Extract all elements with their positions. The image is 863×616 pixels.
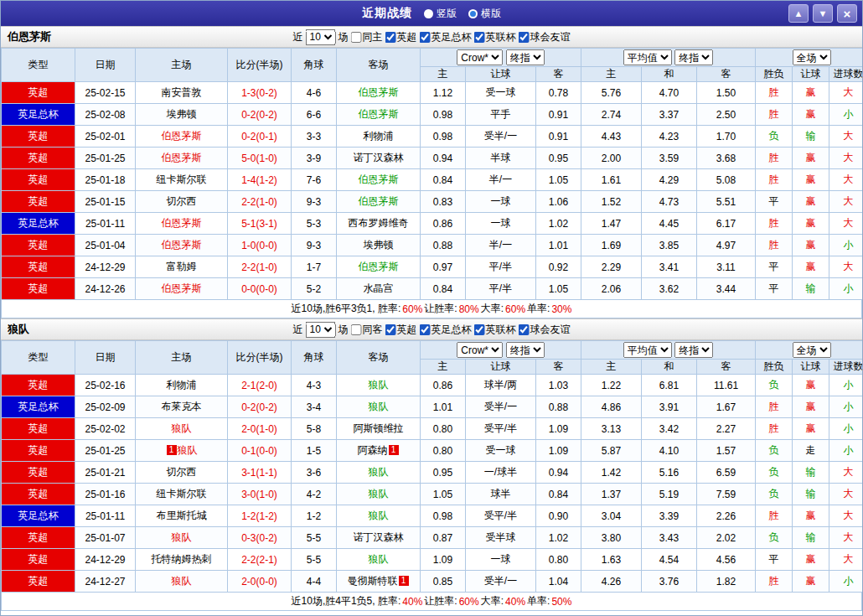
league-badge: 英超 [2,278,75,300]
summary-part: 单率: [527,594,550,608]
avg-type-select[interactable]: 平均值 [623,49,672,65]
handicap-line: 受一球 [466,440,536,462]
handicap-result-cell: 赢 [793,235,829,256]
match-row: 英足总杯25-02-09布莱克本0-2(0-2)3-4狼队1.01受半/一0.8… [2,396,863,418]
odds-away: 1.09 [536,418,581,440]
league-badge: 英足总杯 [2,505,75,527]
avg-home: 1.69 [581,235,642,256]
col-score: 比分(半场) [228,341,292,375]
match-score: 0-2(0-1) [228,126,292,148]
result-cell: 胜 [756,235,793,256]
league-checkbox-friendly[interactable]: 球会友谊 [519,323,571,337]
corner-score: 1-5 [292,440,337,462]
handicap-result-cell: 赢 [793,82,829,104]
avg-away: 2.27 [697,418,756,440]
corner-score: 3-3 [292,126,337,148]
odds-time-select[interactable]: 终指 [506,49,545,65]
away-team: 利物浦 [337,126,421,148]
summary-text: 近10场,胜4平1负5, 胜率:40% 让胜率:60% 大率:40% 单率:50… [1,593,862,611]
league-checkbox-epl[interactable]: 英超 [385,30,417,44]
col-type: 类型 [2,49,75,82]
odds-company-select[interactable]: Crow* [457,49,503,65]
summary-part: 30% [551,303,571,315]
odds-away: 0.80 [536,549,581,571]
league-badge: 英足总杯 [2,396,75,418]
team-name: 狼队 [1,322,29,337]
league-badge: 英超 [2,527,75,549]
handicap-line: 一球 [466,213,536,235]
result-cell: 负 [756,126,793,148]
match-score: 1-0(0-0) [228,235,292,256]
layout-radio-horizontal[interactable]: 横版 [468,7,501,21]
period-select[interactable]: 全场 [793,342,831,358]
match-row: 英超25-01-18纽卡斯尔联1-4(1-2)7-6伯恩茅斯0.84半/一1.0… [2,169,863,191]
avg-home: 4.43 [581,126,642,148]
match-date: 24-12-29 [75,549,136,571]
league-checkbox-eflcup[interactable]: 英联杯 [474,323,516,337]
home-team: 布里斯托城 [136,505,228,527]
layout-radio-vertical[interactable]: 竖版 [424,7,457,21]
match-row: 英超25-01-21切尔西3-1(1-1)3-6狼队0.95一/球半0.941.… [2,462,863,484]
summary-part: 近10场,胜6平3负1, 胜率: [292,302,401,316]
goals-result-cell: 大 [829,191,863,213]
league-badge: 英超 [2,571,75,593]
corner-score: 4-4 [292,571,337,593]
away-team: 诺丁汉森林 [337,148,421,169]
same-venue-checkbox[interactable]: 同客 [351,323,383,337]
odds-company-select[interactable]: Crow* [457,342,503,358]
avg-time-select[interactable]: 终指 [674,49,713,65]
avg-home: 4.26 [581,571,642,593]
league-checkbox-epl[interactable]: 英超 [385,323,417,337]
league-checkbox-eflcup[interactable]: 英联杯 [474,30,516,44]
radio-horizontal-label: 横版 [481,7,501,21]
goals-result-cell: 小 [829,396,863,418]
handicap-line: 平/半 [466,278,536,300]
league-checkbox-friendly[interactable]: 球会友谊 [519,30,571,44]
match-date: 25-02-01 [75,126,136,148]
close-button[interactable]: × [837,4,857,23]
league-checkbox-facup[interactable]: 英足总杯 [420,323,472,337]
scroll-up-button[interactable]: ▲ [788,4,809,23]
avg-type-select[interactable]: 平均值 [623,342,672,358]
odds-home: 1.01 [421,396,466,418]
result-cell: 胜 [756,213,793,235]
match-date: 25-02-16 [75,375,136,396]
home-team: 狼队 [136,571,228,593]
avg-draw: 3.85 [642,235,697,256]
avg-away: 11.61 [697,375,756,396]
same-venue-checkbox[interactable]: 同主 [351,30,383,44]
odds-time-select[interactable]: 终指 [506,342,545,358]
avg-home: 2.74 [581,104,642,126]
odds-home: 0.84 [421,278,466,300]
period-select[interactable]: 全场 [793,49,831,65]
odds-away: 1.03 [536,375,581,396]
avg-time-select[interactable]: 终指 [674,342,713,358]
match-score: 0-2(0-2) [228,396,292,418]
scroll-down-button[interactable]: ▼ [813,4,833,23]
corner-score: 4-3 [292,375,337,396]
section-header: 狼队 近 10 场 同客 英超 英足总杯 英联杯 球会友谊 [1,318,862,340]
avg-home: 4.86 [581,396,642,418]
handicap-result-cell: 输 [793,462,829,484]
league-checkbox-facup[interactable]: 英足总杯 [420,30,472,44]
matches-table: 类型 日期 主场 比分(半场) 角球 客场 Crow* 终指 平均值 终指 全场 [1,48,863,300]
match-row: 英超25-01-25伯恩茅斯5-0(1-0)3-9诺丁汉森林0.94半球0.95… [2,148,863,169]
match-count-select[interactable]: 10 [306,29,336,45]
fulltime-header: 全场 [756,49,863,67]
result-cell: 平 [756,278,793,300]
sub-avg-away: 客 [697,360,756,375]
handicap-result-cell: 赢 [793,169,829,191]
corner-score: 1-7 [292,256,337,278]
result-cell: 胜 [756,104,793,126]
match-date: 25-01-18 [75,169,136,191]
corner-score: 3-6 [292,462,337,484]
away-team: 阿森纳1 [337,440,421,462]
avg-draw: 3.41 [642,256,697,278]
league-badge: 英超 [2,235,75,256]
match-count-select[interactable]: 10 [306,322,336,338]
away-team: 阿斯顿维拉 [337,418,421,440]
match-score: 0-3(0-2) [228,527,292,549]
avg-draw: 4.10 [642,440,697,462]
away-team: 狼队 [337,505,421,527]
avg-home: 1.42 [581,462,642,484]
